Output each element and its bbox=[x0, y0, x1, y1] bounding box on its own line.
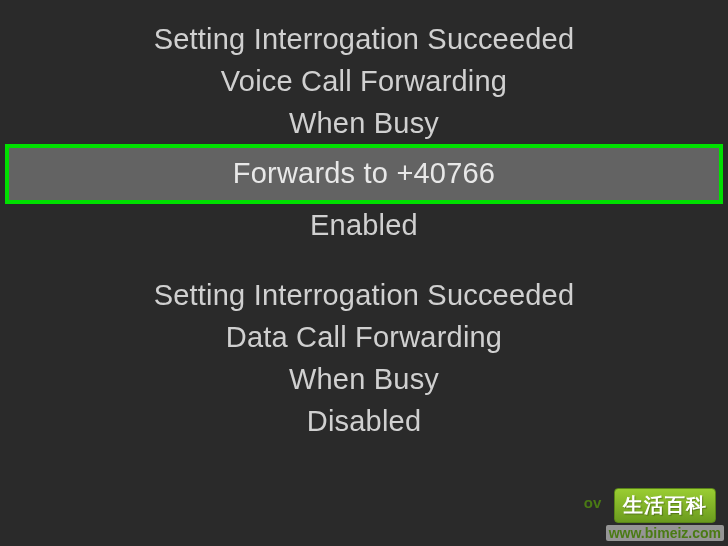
forwards-to-number: Forwards to +40766 bbox=[233, 152, 495, 194]
status-service: Data Call Forwarding bbox=[226, 316, 502, 358]
status-service: Voice Call Forwarding bbox=[221, 60, 507, 102]
call-forwarding-status-screen: Setting Interrogation Succeeded Voice Ca… bbox=[0, 0, 728, 546]
status-title: Setting Interrogation Succeeded bbox=[154, 18, 575, 60]
status-title: Setting Interrogation Succeeded bbox=[154, 274, 575, 316]
status-enabled: Enabled bbox=[310, 204, 418, 246]
watermark-url: www.bimeiz.com bbox=[606, 525, 724, 541]
watermark-title: 生活百科 bbox=[614, 488, 716, 523]
data-forwarding-group: Setting Interrogation Succeeded Data Cal… bbox=[0, 274, 728, 442]
site-watermark: ov 生活百科 www.bimeiz.com bbox=[606, 488, 724, 541]
status-disabled: Disabled bbox=[307, 400, 421, 442]
forwards-to-highlight: Forwards to +40766 bbox=[5, 144, 723, 204]
status-condition: When Busy bbox=[289, 358, 439, 400]
watermark-side-char: ov bbox=[584, 494, 602, 511]
voice-forwarding-group: Setting Interrogation Succeeded Voice Ca… bbox=[0, 18, 728, 246]
status-condition: When Busy bbox=[289, 102, 439, 144]
